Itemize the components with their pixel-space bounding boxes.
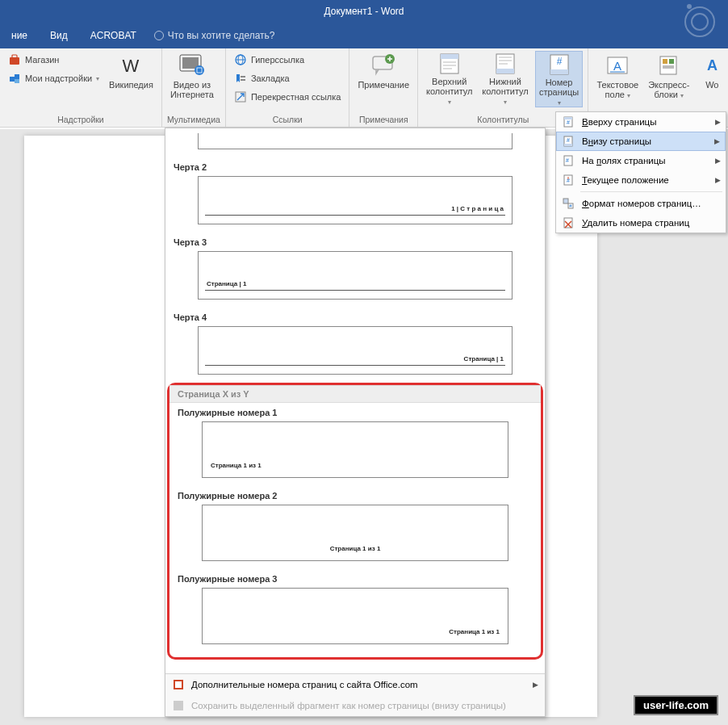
- gallery-item-label: Черта 2: [165, 157, 545, 174]
- wordart-label: Wo: [705, 80, 718, 90]
- gallery-save-selection: Сохранить выделенный фрагмент как номер …: [165, 695, 545, 716]
- gallery-more-office[interactable]: Дополнительные номера страниц с сайта Of…: [165, 674, 545, 695]
- gallery-scroll-area[interactable]: Черта 2 1 | С т р а н и ц а Черта 3 Стра…: [165, 128, 545, 673]
- current-position-icon: #: [561, 173, 575, 187]
- myaddins-button[interactable]: Мои надстройки ▾: [5, 69, 103, 87]
- svg-rect-40: [663, 59, 667, 64]
- video-label2: Интернета: [170, 90, 214, 99]
- header-button[interactable]: Верхний колонтитул ▾: [423, 51, 475, 107]
- gallery-preview-line4[interactable]: Страница | 1: [198, 326, 513, 375]
- svg-rect-17: [241, 79, 245, 81]
- bookmark-icon: [234, 72, 247, 85]
- quick-label2: блоки: [654, 90, 677, 99]
- textbox-icon: A: [605, 52, 630, 78]
- quickparts-icon: [656, 52, 682, 78]
- menu-current-position[interactable]: # Текущее положение ▶: [556, 170, 726, 190]
- pagenum-label1: Номер: [546, 78, 573, 87]
- bookmark-button[interactable]: Закладка: [231, 69, 345, 87]
- pagenum-button[interactable]: # Номер страницы ▾: [535, 51, 584, 107]
- wikipedia-button[interactable]: W Википедия: [106, 51, 157, 107]
- crossref-button[interactable]: Перекрестная ссылка: [231, 88, 345, 106]
- ribbon-tabs: ние Вид ACROBAT Что вы хотите сделать?: [0, 23, 728, 48]
- menu-top-of-page[interactable]: # Вверху страницы ▶: [556, 112, 726, 132]
- group-label-comments: Примечания: [354, 113, 412, 127]
- quick-label1: Экспресс-: [648, 80, 689, 90]
- quickparts-button[interactable]: Экспресс- блоки ▾: [645, 51, 692, 107]
- hyperlink-icon: [234, 53, 247, 66]
- page-margins-icon: #: [561, 153, 575, 168]
- gallery-preview-line3[interactable]: Страница | 1: [198, 251, 513, 300]
- watermark: user-life.com: [634, 695, 718, 715]
- dropdown-icon: ▾: [627, 92, 630, 99]
- page-bottom-icon: #: [561, 134, 575, 149]
- wikipedia-label: Википедия: [109, 80, 153, 90]
- online-video-button[interactable]: Видео из Интернета: [167, 51, 217, 107]
- svg-rect-16: [241, 76, 245, 78]
- footer-icon: [492, 52, 518, 75]
- menu-label: Внизу страницы: [582, 136, 651, 146]
- svg-rect-58: [564, 218, 572, 228]
- comment-button[interactable]: Примечание: [354, 51, 412, 107]
- svg-point-0: [685, 7, 714, 36]
- svg-text:#: #: [556, 56, 562, 67]
- gallery-save-label: Сохранить выделенный фрагмент как номер …: [191, 701, 506, 710]
- wordart-button-partial[interactable]: A Wo: [696, 51, 728, 107]
- ribbon-group-links: Гиперссылка Закладка Перекрестная ссылка…: [226, 48, 350, 127]
- menu-format-numbers[interactable]: # Формат номеров страниц…: [556, 194, 726, 213]
- menu-bottom-of-page[interactable]: # Внизу страницы ▶: [556, 132, 726, 151]
- format-icon: #: [561, 196, 575, 211]
- preview-text: Страница | 1: [464, 355, 504, 362]
- textbox-button[interactable]: A Текстовое поле ▾: [593, 51, 642, 107]
- tellme-search[interactable]: Что вы хотите сделать?: [154, 30, 275, 41]
- store-button[interactable]: Магазин: [5, 51, 103, 69]
- menu-label: Вверху страницы: [582, 117, 656, 127]
- submenu-arrow-icon: ▶: [533, 681, 538, 689]
- ribbon-group-comments: Примечание Примечания: [349, 48, 418, 127]
- page-top-icon: #: [561, 115, 575, 129]
- gallery-preview-partial[interactable]: [198, 133, 513, 149]
- dropdown-icon: ▾: [448, 98, 451, 106]
- svg-text:#: #: [566, 157, 569, 163]
- gallery-preview-line2[interactable]: 1 | С т р а н и ц а: [198, 176, 513, 224]
- hyperlink-label: Гиперссылка: [251, 55, 304, 65]
- group-label-media: Мультимедиа: [167, 113, 220, 127]
- svg-rect-41: [669, 59, 674, 64]
- svg-rect-24: [441, 54, 458, 59]
- footer-label1: Нижний: [489, 77, 521, 86]
- svg-rect-7: [15, 79, 19, 83]
- gallery-item-label: Полужирные номера 1: [169, 403, 541, 420]
- addins-icon: [8, 72, 21, 85]
- dropdown-icon: ▾: [96, 75, 99, 82]
- svg-point-2: [687, 4, 692, 9]
- submenu-arrow-icon: ▶: [715, 176, 721, 184]
- pagenum-menu: # Вверху страницы ▶ # Внизу страницы ▶ #…: [555, 111, 726, 233]
- menu-page-margins[interactable]: # На полях страницы ▶: [556, 151, 726, 170]
- gallery-highlighted-section: Страница X из Y Полужирные номера 1 Стра…: [167, 383, 543, 660]
- gallery-preview-bold2[interactable]: Страница 1 из 1: [202, 505, 508, 561]
- menu-remove-numbers[interactable]: Удалить номера страниц: [556, 213, 726, 233]
- ribbon-tab-view[interactable]: Вид: [39, 23, 79, 48]
- svg-rect-4: [12, 55, 17, 58]
- footer-label2: колонтитул: [482, 86, 529, 96]
- brand-logo-icon: [680, 2, 720, 42]
- submenu-arrow-icon: ▶: [715, 157, 721, 165]
- ribbon-tab-partial[interactable]: ние: [0, 23, 39, 48]
- crossref-icon: [234, 90, 247, 103]
- submenu-arrow-icon: ▶: [715, 118, 721, 126]
- textbox-label2: поле: [605, 90, 625, 99]
- dropdown-icon: ▾: [504, 98, 507, 106]
- menu-label: На полях страницы: [582, 156, 666, 166]
- svg-rect-5: [10, 77, 15, 82]
- svg-text:W: W: [123, 56, 140, 75]
- hyperlink-button[interactable]: Гиперссылка: [231, 51, 345, 69]
- preview-text: Страница | 1: [207, 280, 246, 287]
- footer-button[interactable]: Нижний колонтитул ▾: [479, 51, 531, 107]
- dropdown-icon: ▾: [680, 92, 684, 99]
- svg-rect-42: [663, 65, 674, 69]
- header-label1: Верхний: [432, 77, 467, 86]
- svg-rect-48: [564, 144, 572, 146]
- gallery-item-label: Полужирные номера 3: [169, 569, 541, 586]
- gallery-preview-bold3[interactable]: Страница 1 из 1: [202, 588, 508, 644]
- gallery-preview-bold1[interactable]: Страница 1 из 1: [202, 421, 508, 478]
- ribbon-tab-acrobat[interactable]: ACROBAT: [79, 23, 148, 48]
